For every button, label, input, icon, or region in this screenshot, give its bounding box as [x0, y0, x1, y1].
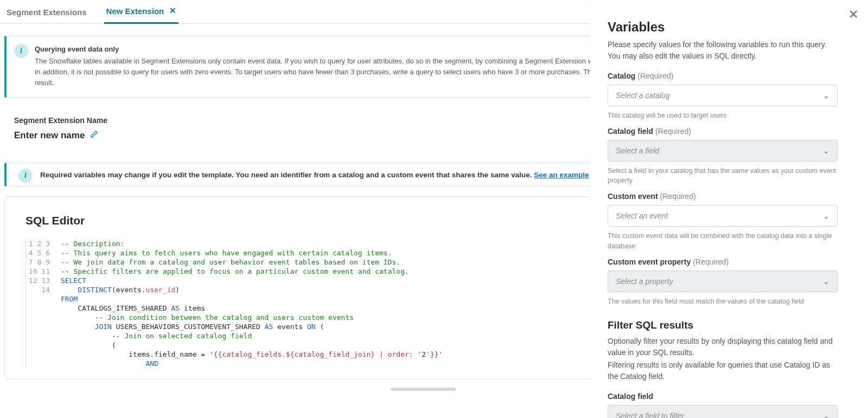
helper: This custom event data will be combined … — [608, 231, 838, 250]
tab-segment-extensions[interactable]: Segment Extensions — [4, 8, 89, 23]
line-gutter: 1 2 3 4 5 6 7 8 9 10 11 12 13 14 — [26, 239, 59, 368]
chevron-down-icon: ⌄ — [823, 146, 829, 155]
filter-title: Filter SQL results — [608, 319, 838, 331]
chevron-down-icon: ⌄ — [823, 211, 829, 220]
edit-icon[interactable] — [90, 130, 98, 141]
sidebar-desc: Please specify values for the following … — [608, 39, 838, 62]
field-catalog-field: Catalog field (Required) Select a field … — [608, 127, 838, 185]
required-tag: (Required) — [655, 127, 691, 136]
chevron-down-icon: ⌄ — [823, 411, 829, 418]
catalog-select[interactable]: Select a catalog ⌄ — [608, 85, 838, 106]
sidebar-title: Variables — [608, 20, 838, 35]
helper: This catalog will be used to target user… — [608, 111, 838, 120]
filter-catalog-field-select[interactable]: Select a field to filter ⌄ — [608, 405, 838, 418]
chevron-down-icon: ⌄ — [823, 91, 829, 100]
filter-desc-2: Filtering results is only available for … — [608, 359, 838, 382]
tab-label: New Extension — [106, 7, 164, 16]
custom-event-select[interactable]: Select an event ⌄ — [608, 205, 838, 227]
catalog-field-select[interactable]: Select a field ⌄ — [608, 140, 838, 162]
close-tab-icon[interactable]: ✕ — [169, 6, 176, 16]
label: Custom event — [608, 192, 658, 201]
custom-event-property-select[interactable]: Select a property ⌄ — [608, 271, 838, 292]
field-filter-catalog-field: Catalog field Select a field to filter ⌄ — [608, 392, 838, 418]
tab-label: Segment Extensions — [7, 8, 87, 17]
label: Catalog field — [608, 392, 653, 401]
tab-new-extension[interactable]: New Extension ✕ — [104, 6, 179, 24]
chevron-down-icon: ⌄ — [823, 277, 829, 286]
see-example-link[interactable]: See an example — [534, 171, 589, 179]
filter-desc-1: Optionally filter your results by only d… — [608, 336, 838, 358]
field-catalog: Catalog (Required) Select a catalog ⌄ Th… — [608, 72, 838, 120]
label: Custom event property — [608, 258, 691, 266]
label: Catalog — [608, 72, 635, 80]
field-custom-event: Custom event (Required) Select an event … — [608, 192, 838, 250]
helper: Select a field in your catalog that has … — [608, 166, 838, 185]
placeholder: Select an event — [616, 211, 668, 220]
segment-name-value: Enter new name — [14, 130, 85, 141]
info-icon: i — [14, 44, 28, 58]
variables-sidebar: ✕ Variables Please specify values for th… — [590, 0, 868, 418]
helper: The values for this field must match the… — [608, 297, 838, 306]
placeholder: Select a property — [616, 277, 673, 286]
drag-handle[interactable] — [391, 388, 456, 391]
required-tag: (Required) — [693, 258, 729, 266]
label: Catalog field — [608, 127, 653, 136]
info-icon: i — [18, 169, 33, 183]
code-area[interactable]: -- Description: -- This query aims to fe… — [59, 239, 443, 368]
placeholder: Select a catalog — [616, 91, 670, 100]
info-text: Required variables may change if you edi… — [40, 171, 589, 179]
close-sidebar-icon[interactable]: ✕ — [848, 8, 858, 22]
placeholder: Select a field — [616, 146, 659, 155]
required-tag: (Required) — [637, 72, 673, 80]
placeholder: Select a field to filter — [616, 411, 684, 418]
field-custom-event-property: Custom event property (Required) Select … — [608, 258, 838, 306]
required-tag: (Required) — [660, 192, 695, 201]
